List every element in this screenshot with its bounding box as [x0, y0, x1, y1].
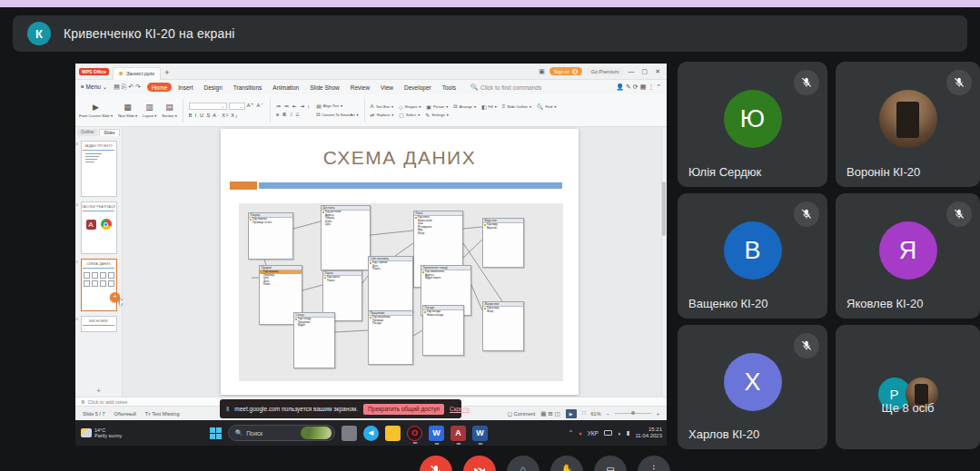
- add-slide-button[interactable]: +: [75, 387, 122, 395]
- ribbon-arrange-button[interactable]: ⧉Arrange▾: [453, 103, 476, 110]
- mic-in-use-icon[interactable]: ♦: [579, 430, 581, 437]
- ribbon-new-slide-button[interactable]: ▦New Slide ▾: [118, 103, 137, 118]
- hide-notification-link[interactable]: Скрыть: [450, 406, 470, 412]
- participant-tile-1[interactable]: ЮЮлія Сердюк: [678, 62, 827, 187]
- panel-tab-slides[interactable]: Slides: [99, 129, 119, 136]
- paragraph-buttons-row1[interactable]: ≔ ≕ ⇤ ⇥ ↕: [276, 103, 311, 109]
- zoom-slider[interactable]: [615, 413, 651, 414]
- mic-off-button[interactable]: [420, 456, 452, 471]
- volume-icon[interactable]: ◖: [618, 430, 621, 437]
- slide-thumbnail-5[interactable]: 5СХЕМА ДАНИХ: [81, 259, 117, 311]
- menu-tab-slide-show[interactable]: Slide Show: [305, 83, 344, 92]
- menubar-right-icons[interactable]: 👤 ✎ ⟳ ▦ ⋮ ⌃: [616, 83, 661, 91]
- task-view-taskbar-icon[interactable]: [342, 426, 357, 441]
- ribbon-layout-button[interactable]: ▥Layout ▾: [143, 103, 156, 118]
- menu-tab-view[interactable]: View: [376, 83, 398, 92]
- panel-tab-outline[interactable]: Outline: [77, 129, 97, 136]
- ribbon-select-button[interactable]: ▢Select▾: [399, 112, 420, 118]
- close-button[interactable]: ✕: [655, 68, 663, 75]
- ribbon-replace-button[interactable]: ⇄Replace▾: [371, 112, 394, 118]
- weather-widget[interactable]: 14°CPartly sunny: [81, 427, 122, 439]
- raise-hand-button[interactable]: ✋: [550, 456, 583, 471]
- participant-tile-2[interactable]: Воронін КІ-20: [836, 62, 980, 187]
- document-tab[interactable]: Захист.pptx: [113, 67, 161, 80]
- ribbon-slide-outline-button[interactable]: ≡Slide Outline▾: [502, 103, 531, 110]
- workspace-icon[interactable]: ▣: [539, 68, 545, 75]
- comment-toggle[interactable]: ▢ Comment: [508, 411, 536, 417]
- wps-taskbar-icon[interactable]: W: [429, 426, 444, 441]
- ribbon-section-button[interactable]: ▤Section ▾: [162, 103, 176, 118]
- schema-table-жанри-книг[interactable]: Жанри книгКод жанруЖанр: [482, 301, 524, 351]
- menu-tab-home[interactable]: Home: [147, 83, 172, 92]
- slide-thumbnail-4[interactable]: 4ЗАСОБИ РЕАЛІЗАЦІЇA: [81, 201, 117, 254]
- ribbon-fill-button[interactable]: ◧Fill▾: [481, 103, 497, 110]
- participant-tile-5[interactable]: ХХарлов КІ-20: [678, 325, 827, 449]
- schema-table-посади[interactable]: ПосадиКод посадиНазва посади: [422, 305, 464, 356]
- maximize-button[interactable]: ▢: [642, 68, 651, 75]
- schema-table-доставка[interactable]: ДоставкаКод доставкиАдресаПокупціКнигаЦі…: [321, 205, 371, 270]
- font-family-select[interactable]: ⌄: [189, 103, 227, 110]
- ribbon-find-button[interactable]: 🔍Find▾: [537, 103, 556, 110]
- slideshow-play-button[interactable]: ▶: [566, 409, 577, 418]
- minimize-button[interactable]: —: [629, 68, 638, 74]
- slide-thumbnail-6[interactable]: 6ВИСНОВКИ: [81, 316, 117, 332]
- view-switcher[interactable]: ▦ ⊞ ◫: [540, 410, 559, 417]
- access-taskbar-icon[interactable]: A: [450, 426, 466, 441]
- captions-button[interactable]: ▭: [594, 456, 627, 471]
- folder-taskbar-icon[interactable]: [385, 426, 401, 441]
- camera-off-button[interactable]: [463, 456, 496, 471]
- taskbar-search[interactable]: 🔍 Поиск: [228, 425, 335, 441]
- menu-tab-design[interactable]: Design: [200, 83, 227, 92]
- ribbon-picture-button[interactable]: ▣Picture▾: [426, 103, 448, 110]
- paragraph-buttons-row2[interactable]: ≡ ≣ ⌷ ⌸: [276, 112, 311, 118]
- stop-sharing-button[interactable]: Прекратить общий доступ: [363, 404, 444, 415]
- fit-icon[interactable]: ⛶: [582, 410, 586, 417]
- align-text-button[interactable]: ▤Align Text▾: [316, 103, 358, 109]
- participant-tile-4[interactable]: ЯЯковлев КІ-20: [836, 193, 980, 319]
- menu-button[interactable]: ≡ Menu ⌄: [81, 83, 107, 91]
- convert-smartart-button[interactable]: ⧉Convert To SmartArt▾: [316, 112, 358, 118]
- taskbar-clock[interactable]: 15:2111.04.2023: [635, 427, 662, 439]
- menu-tab-developer[interactable]: Developer: [400, 83, 436, 92]
- font-grow-shrink[interactable]: A⁺ A⁻: [247, 103, 264, 110]
- new-tab-button[interactable]: +: [164, 68, 169, 77]
- ribbon-from-current-slide-button[interactable]: ▶From Current Slide ▾: [79, 103, 113, 118]
- sign-in-button[interactable]: Sign in: [549, 67, 582, 75]
- start-button[interactable]: [210, 427, 222, 439]
- menu-tab-transitions[interactable]: Transitions: [229, 83, 267, 92]
- menu-tab-animation[interactable]: Animation: [268, 83, 303, 92]
- new-slide-fab[interactable]: +: [110, 292, 120, 302]
- ribbon-text-box-button[interactable]: AText Box▾: [371, 103, 393, 110]
- opera-taskbar-icon[interactable]: O: [407, 426, 422, 441]
- quick-access-toolbar[interactable]: ▤ ⎘ ↶ ↷: [114, 83, 141, 91]
- language-indicator[interactable]: УКР: [588, 430, 599, 437]
- slide-thumbnail-3[interactable]: 3ЗАДАЧІ ПРОЕКТУ: [81, 141, 117, 197]
- schema-table-склад[interactable]: СкладКод складуПрацівникВідділ: [293, 312, 335, 368]
- battery-icon[interactable]: ▮: [627, 429, 630, 437]
- font-missing-warning[interactable]: Тт Text Missing: [145, 411, 180, 417]
- ribbon-shapes-button[interactable]: ◇Shapes▾: [399, 103, 421, 110]
- display-icon[interactable]: [604, 430, 612, 436]
- canvas-scrollbar[interactable]: [661, 127, 667, 397]
- zoom-in-button[interactable]: +: [657, 411, 659, 417]
- tray-chevron-icon[interactable]: ⌃: [569, 429, 573, 437]
- menu-tab-insert[interactable]: Insert: [173, 83, 197, 92]
- schema-table-покупці[interactable]: ПокупціКод покупцяПрізвище та ім'я: [248, 212, 293, 260]
- font-format-buttons[interactable]: B I U S A· X² X₂: [189, 113, 264, 118]
- participant-tile-6[interactable]: PЩе 8 осіб: [836, 325, 980, 449]
- participant-tile-3[interactable]: ВВащенко КІ-20: [678, 193, 827, 319]
- word-taskbar-icon[interactable]: W: [472, 426, 488, 441]
- go-premium-button[interactable]: Go Premium: [587, 67, 624, 75]
- schema-table-види-книг[interactable]: Види книгКод видуВид книг: [482, 218, 524, 268]
- command-search[interactable]: 🔍 Click to find commands: [470, 83, 541, 91]
- telegram-taskbar-icon[interactable]: ◀: [363, 426, 379, 441]
- ribbon-settings-button[interactable]: ✎Settings▾: [425, 112, 449, 118]
- current-slide[interactable]: СХЕМА ДАНИХ ПокупціКод покупцяПрізвище т…: [221, 129, 579, 395]
- zoom-out-button[interactable]: −: [607, 411, 609, 417]
- menu-tab-review[interactable]: Review: [346, 83, 374, 92]
- more-options-button[interactable]: ⋮: [638, 456, 670, 471]
- schema-table-працівники[interactable]: ПрацівникиКод працівникаПрізвищеПосада: [368, 310, 413, 365]
- schema-table-сайт-магазину[interactable]: Сайт магазинуКод сторінкиДатаПошта: [368, 256, 413, 312]
- menu-tab-tools[interactable]: Tools: [438, 83, 460, 92]
- font-size-select[interactable]: ⌄: [229, 103, 245, 110]
